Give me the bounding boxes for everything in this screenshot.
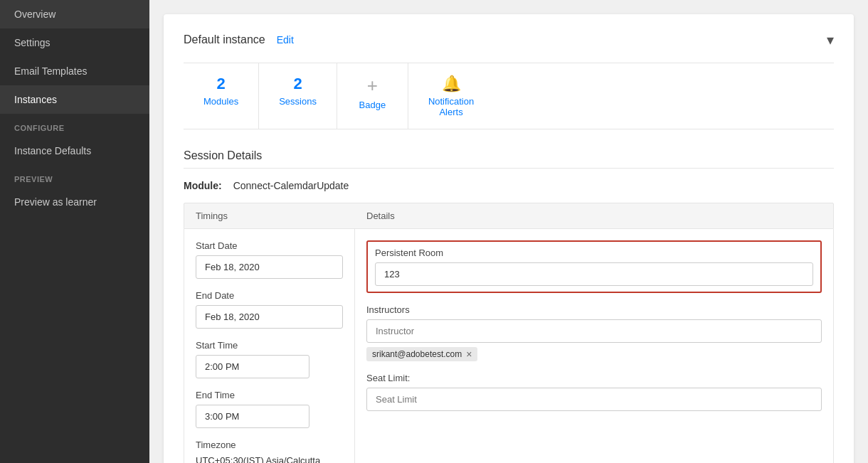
seat-limit-group: Seat Limit:: [366, 373, 822, 411]
seat-limit-input[interactable]: [366, 388, 822, 411]
persistent-room-input[interactable]: [375, 262, 813, 286]
edit-link[interactable]: Edit: [277, 34, 294, 46]
details-header: Details: [355, 203, 833, 228]
timezone-label: Timezone: [196, 440, 343, 450]
module-row: Module: Connect-CalemdarUpdate: [184, 180, 834, 191]
end-time-group: End Time: [196, 390, 343, 428]
start-date-group: Start Date: [196, 240, 343, 279]
bell-icon: 🔔: [442, 75, 461, 93]
timezone-value: UTC+05:30(IST) Asia/Calcutta: [196, 455, 320, 463]
sidebar-item-preview-as-learner[interactable]: Preview as learner: [0, 188, 149, 216]
start-date-label: Start Date: [196, 240, 343, 251]
instance-title: Default instance: [184, 33, 265, 46]
start-time-input[interactable]: [196, 355, 309, 378]
stat-modules[interactable]: 2 Modules: [184, 63, 259, 129]
notification-alerts-label: NotificationAlerts: [428, 96, 474, 117]
chevron-down-icon[interactable]: ▾: [827, 31, 834, 48]
end-date-group: End Date: [196, 290, 343, 329]
sessions-label: Sessions: [279, 96, 317, 107]
sessions-count: 2: [293, 75, 302, 93]
instance-card: Default instance Edit ▾ 2 Modules 2 Sess…: [164, 14, 854, 463]
details-column: Persistent Room Instructors srikant@adob…: [355, 229, 833, 463]
end-date-input[interactable]: [196, 305, 343, 329]
sidebar-item-settings[interactable]: Settings: [0, 28, 149, 57]
stat-badge[interactable]: + Badge: [337, 63, 408, 129]
persistent-room-group: Persistent Room: [366, 240, 822, 293]
seat-limit-label: Seat Limit:: [366, 373, 822, 383]
sidebar-item-instances[interactable]: Instances: [0, 85, 149, 114]
instructor-tag-email: srikant@adobetest.com: [372, 349, 462, 359]
start-date-input[interactable]: [196, 255, 343, 279]
instructor-tag-remove[interactable]: ×: [466, 349, 472, 359]
sidebar: Overview Settings Email Templates Instan…: [0, 0, 149, 463]
sidebar-item-instance-defaults[interactable]: Instance Defaults: [0, 137, 149, 165]
configure-section-label: CONFIGURE: [0, 114, 149, 137]
section-divider: [184, 168, 834, 169]
stat-sessions[interactable]: 2 Sessions: [259, 63, 337, 129]
card-header-left: Default instance Edit: [184, 33, 294, 46]
stats-row: 2 Modules 2 Sessions + Badge 🔔 Notificat…: [184, 63, 834, 129]
modules-count: 2: [216, 75, 225, 93]
instructor-input[interactable]: [366, 319, 822, 343]
start-time-group: Start Time: [196, 340, 343, 378]
module-label: Module:: [184, 180, 222, 191]
persistent-room-label: Persistent Room: [375, 248, 813, 258]
modules-label: Modules: [203, 96, 238, 107]
end-date-label: End Date: [196, 290, 343, 301]
instructor-tags: srikant@adobetest.com ×: [366, 347, 822, 361]
stat-notification-alerts[interactable]: 🔔 NotificationAlerts: [408, 63, 494, 129]
timezone-group: Timezone UTC+05:30(IST) Asia/Calcutta: [196, 440, 343, 463]
timings-header: Timings: [184, 203, 355, 228]
form-layout: Start Date End Date Start Time End Time: [184, 229, 834, 463]
module-value: Connect-CalemdarUpdate: [233, 180, 349, 191]
session-details-section: Session Details Module: Connect-Calemdar…: [184, 149, 834, 463]
timings-column: Start Date End Date Start Time End Time: [184, 229, 355, 463]
instructors-label: Instructors: [366, 304, 822, 315]
session-details-title: Session Details: [184, 149, 834, 162]
instructor-tag: srikant@adobetest.com ×: [366, 347, 477, 361]
end-time-input[interactable]: [196, 405, 309, 428]
badge-label: Badge: [359, 100, 386, 110]
main-content: Default instance Edit ▾ 2 Modules 2 Sess…: [149, 0, 868, 463]
sidebar-item-email-templates[interactable]: Email Templates: [0, 57, 149, 85]
end-time-label: End Time: [196, 390, 343, 400]
badge-icon: +: [367, 75, 378, 97]
instructors-group: Instructors srikant@adobetest.com ×: [366, 304, 822, 361]
table-header: Timings Details: [184, 203, 834, 229]
sidebar-item-overview[interactable]: Overview: [0, 0, 149, 28]
start-time-label: Start Time: [196, 340, 343, 351]
card-header: Default instance Edit ▾: [184, 31, 834, 48]
preview-section-label: PREVIEW: [0, 165, 149, 188]
